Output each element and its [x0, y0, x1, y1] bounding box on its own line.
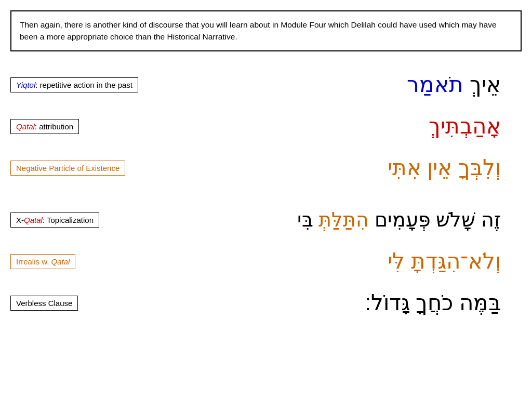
x-qatal-label: Qatal — [24, 216, 43, 224]
grammar-row-yiqtol: Yiqtol: repetitive action in the past אֵ… — [10, 67, 522, 103]
intro-text: Then again, there is another kind of dis… — [20, 20, 497, 41]
hebrew-row5-part1: וְלֹא־הִגַּדְתָּ לִּי — [388, 249, 501, 273]
main-content: Yiqtol: repetitive action in the past אֵ… — [10, 67, 522, 327]
yiqtol-label: Yiqtol — [16, 81, 35, 89]
hebrew-row3: וְלִבְּךָ אֵין אִתִּי — [171, 154, 522, 182]
intro-box: Then again, there is another kind of dis… — [10, 10, 522, 51]
grammar-row-verbless: Verbless Clause בַּמֶּה כֹחֲךָ גָּדוֹל׃ — [10, 285, 522, 322]
hebrew-row1-part2: תֹאמַר — [407, 72, 463, 97]
irrealis-prefix: Irrealis w. — [16, 257, 51, 266]
hebrew-row5: וְלֹא־הִגַּדְתָּ לִּי — [171, 247, 522, 276]
label-col-yiqtol: Yiqtol: repetitive action in the past — [10, 77, 171, 92]
hebrew-row3-part1: וְלִבְּךָ אֵין אִתִּי — [388, 155, 501, 180]
hebrew-row1: אֵיךְ תֹאמַר — [171, 71, 522, 99]
label-col-irrealis: Irrealis w. Qatal — [10, 254, 171, 269]
hebrew-row6: בַּמֶּה כֹחֲךָ גָּדוֹל׃ — [171, 289, 522, 317]
label-col-verbless: Verbless Clause — [10, 296, 171, 311]
label-col-qatal: Qatal: attribution — [10, 119, 171, 134]
hebrew-row1-part1: אֵיךְ — [463, 72, 501, 97]
hebrew-row2-part1: אָהַבְתִּיךְ — [429, 114, 501, 138]
label-box-verbless: Verbless Clause — [10, 296, 78, 311]
qatal-desc: : attribution — [35, 122, 73, 131]
x-qatal-desc: : Topicalization — [43, 216, 94, 224]
qatal-label: Qatal — [16, 122, 35, 131]
label-box-qatal: Qatal: attribution — [10, 119, 79, 134]
spacer — [10, 192, 522, 202]
hebrew-row4-part3: בִּי — [297, 209, 319, 231]
grammar-row-x-qatal: X-Qatal: Topicalization זֶה שָׁלֹשׁ פְּע… — [10, 202, 522, 238]
label-box-negative-particle: Negative Particle of Existence — [10, 161, 125, 176]
hebrew-row4-part2: הִתַּלַּתְּ — [318, 209, 369, 231]
hebrew-row2: אָהַבְתִּיךְ — [171, 112, 522, 141]
yiqtol-desc: : repetitive action in the past — [35, 81, 132, 89]
negative-particle-label: Negative Particle of Existence — [16, 164, 119, 172]
verbless-label: Verbless Clause — [16, 299, 72, 308]
hebrew-row6-part1: בַּמֶּה כֹחֲךָ גָּדוֹל׃ — [365, 290, 501, 315]
label-box-x-qatal: X-Qatal: Topicalization — [10, 212, 99, 228]
label-col-negative-particle: Negative Particle of Existence — [10, 161, 171, 176]
grammar-row-irrealis: Irrealis w. Qatal וְלֹא־הִגַּדְתָּ לִּי — [10, 244, 522, 280]
label-box-yiqtol: Yiqtol: repetitive action in the past — [10, 77, 138, 92]
irrealis-qatal-label: Qatal — [51, 257, 70, 266]
grammar-row-negative-particle: Negative Particle of Existence וְלִבְּךָ… — [10, 150, 522, 187]
label-col-x-qatal: X-Qatal: Topicalization — [10, 212, 171, 228]
hebrew-row4-part1: זֶה שָׁלֹשׁ פְּעָמִים — [369, 209, 501, 231]
label-box-irrealis: Irrealis w. Qatal — [10, 254, 75, 269]
x-prefix: X- — [16, 216, 24, 224]
hebrew-row4: זֶה שָׁלֹשׁ פְּעָמִים הִתַּלַּתְּ בִּי — [171, 207, 522, 233]
grammar-row-qatal: Qatal: attribution אָהַבְתִּיךְ — [10, 109, 522, 145]
